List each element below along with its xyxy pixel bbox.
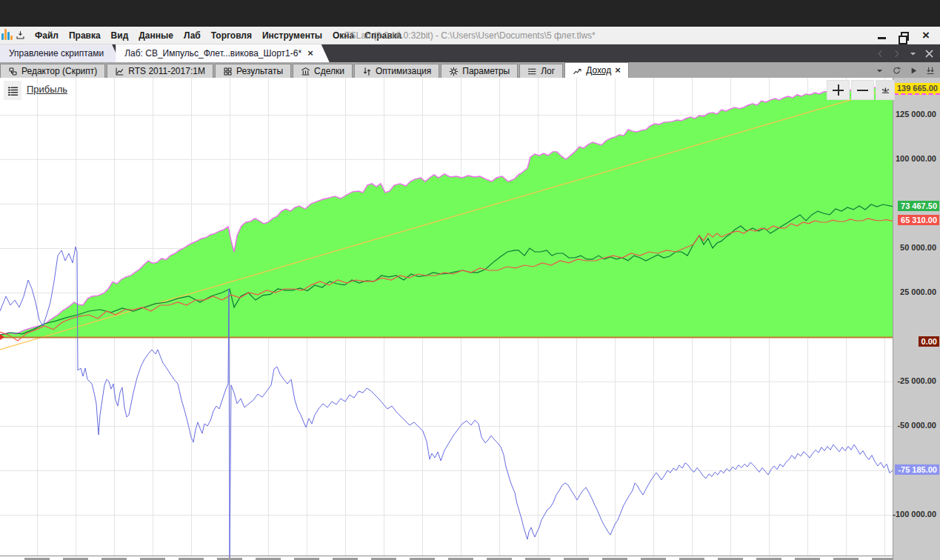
caret-down-icon: [875, 66, 884, 76]
doc-tab[interactable]: Управление скриптами: [0, 44, 120, 62]
menu-item-Торговля[interactable]: Торговля: [206, 27, 257, 44]
fit-icon: [881, 85, 890, 95]
view-tab-label: Параметры: [462, 66, 510, 76]
zoom-fit-button[interactable]: [876, 80, 895, 100]
list-icon: [527, 67, 537, 76]
view-tab-label: RTS 2011-2017:1M: [128, 66, 205, 76]
view-tab-Редактор (Скрипт)[interactable]: Редактор (Скрипт): [0, 64, 105, 78]
view-tab-Доход[interactable]: Доход×: [564, 62, 629, 78]
value-axis[interactable]: 125 000.00100 000.0050 000.0025 000.00-2…: [893, 78, 940, 560]
axis-tick-label: -50 000.00: [897, 421, 936, 430]
run-script-icon[interactable]: [909, 66, 919, 76]
menu-item-Лаб[interactable]: Лаб: [179, 27, 206, 44]
tools-icon: [924, 49, 934, 59]
menu-item-Данные[interactable]: Данные: [133, 27, 179, 44]
series-menu-button[interactable]: [4, 81, 21, 100]
view-tab-Оптимизация[interactable]: Оптимизация: [354, 64, 439, 78]
script-icon: [8, 67, 18, 76]
minimize-icon: [878, 37, 886, 39]
restore-icon: [901, 32, 909, 41]
close-button[interactable]: ×: [921, 30, 931, 41]
sliders-icon: [362, 67, 372, 76]
view-tab-label: Результаты: [236, 66, 283, 76]
view-tab-Параметры[interactable]: Параметры: [441, 64, 518, 78]
list-icon: [527, 67, 537, 76]
axis-value-marker: 0.00: [919, 336, 939, 347]
tslab-window: { "window": { "title": "TSLab (2.0.16.0:…: [0, 0, 940, 560]
refresh-icon[interactable]: [892, 66, 901, 76]
profit-chart-plot[interactable]: [0, 78, 893, 560]
menu-bar: ФайлПравкаВидДанныеЛабТорговляИнструмент…: [0, 27, 940, 44]
view-tab-dropdown-icon[interactable]: [875, 66, 884, 76]
grid-icon: [223, 67, 233, 76]
document-tab-bar: Управление скриптамиЛаб: СВ_Импульс_Флет…: [0, 44, 940, 62]
doc-tab-label: Управление скриптами: [9, 48, 104, 59]
menu-item-Окна[interactable]: Окна: [327, 27, 359, 44]
menu-item-Файл[interactable]: Файл: [30, 27, 64, 44]
axis-value-marker: -75 185.00: [895, 464, 939, 475]
menu-item-Правка[interactable]: Правка: [64, 27, 106, 44]
minimize-button[interactable]: [876, 30, 887, 41]
axis-value-marker: 139 665.00: [894, 83, 940, 95]
nav-right-icon[interactable]: [892, 49, 901, 59]
sliders-icon: [362, 67, 372, 76]
desktop-strip: [0, 0, 940, 27]
refresh-icon: [892, 66, 901, 76]
menu-item-Справка[interactable]: Справка: [359, 27, 407, 44]
caret-down-icon: [908, 49, 918, 59]
view-tab-label: Редактор (Скрипт): [21, 66, 97, 76]
bank-icon: [301, 67, 310, 76]
document-tabs: Управление скриптамиЛаб: СВ_Импульс_Флет…: [0, 44, 325, 62]
step-run-icon[interactable]: [926, 66, 936, 76]
nav-left-icon: [876, 49, 885, 59]
import-icon: [16, 30, 25, 40]
close-tab-icon[interactable]: ×: [615, 66, 621, 75]
profit-chart-panel: 125 000.00100 000.0050 000.0025 000.00-2…: [0, 78, 940, 560]
grid-icon: [223, 67, 233, 76]
axis-tick-label: 100 000.00: [896, 154, 936, 163]
gear-icon: [449, 67, 459, 76]
zoom-in-button[interactable]: [827, 80, 850, 100]
view-tab-Результаты[interactable]: Результаты: [215, 64, 291, 78]
minus-icon: [857, 90, 868, 91]
axis-tick-label: -25 000.00: [897, 376, 936, 385]
document-tab-tools: [876, 44, 940, 62]
axis-tick-label: 50 000.00: [900, 243, 936, 252]
view-tab-bar: Редактор (Скрипт)RTS 2011-2017:1MРезульт…: [0, 62, 940, 78]
tools-icon[interactable]: [924, 49, 934, 59]
view-tab-Сделки[interactable]: Сделки: [293, 64, 353, 78]
close-icon: ×: [922, 30, 930, 41]
nav-left-icon[interactable]: [876, 49, 885, 59]
axis-value-marker: 73 467.50: [898, 201, 939, 211]
doc-tab-label: Лаб: СВ_Импульс_Флет...викова_Шорт1-6*: [124, 48, 301, 59]
chart-icon: [115, 67, 124, 76]
bank-icon: [301, 67, 310, 76]
plus-icon: [833, 84, 844, 96]
income-chart-icon: [573, 66, 582, 76]
double-down-icon: [926, 66, 936, 76]
menu-items: ФайлПравкаВидДанныеЛабТорговляИнструмент…: [30, 27, 407, 44]
import-icon[interactable]: [16, 30, 25, 40]
profit-series-link[interactable]: Прибыль: [27, 84, 67, 95]
view-tab-RTS 2011-2017:1M[interactable]: RTS 2011-2017:1M: [107, 64, 213, 78]
tab-list-dropdown-icon[interactable]: [908, 49, 918, 59]
gear-icon: [449, 67, 459, 76]
series-list-icon: [7, 85, 19, 96]
close-tab-icon[interactable]: ×: [307, 49, 313, 58]
axis-tick-label: -100 000.00: [893, 510, 936, 519]
view-tab-label: Оптимизация: [376, 66, 431, 76]
nav-right-icon: [892, 49, 901, 59]
menu-item-Инструменты[interactable]: Инструменты: [257, 27, 327, 44]
tslab-logo-icon: [1, 29, 13, 40]
income-chart-icon: [573, 66, 582, 76]
series-equity-area: [0, 87, 893, 337]
hamburger-list-icon: [7, 85, 19, 96]
doc-tab[interactable]: Лаб: СВ_Импульс_Флет...викова_Шорт1-6*×: [116, 44, 330, 62]
menu-item-Вид[interactable]: Вид: [106, 27, 134, 44]
play-icon: [909, 66, 919, 76]
view-tab-Лог[interactable]: Лог: [519, 64, 563, 78]
view-tab-label: Доход: [586, 65, 611, 76]
restore-button[interactable]: [899, 30, 909, 41]
zoom-out-button[interactable]: [851, 80, 874, 100]
axis-tick-label: 25 000.00: [900, 287, 936, 296]
